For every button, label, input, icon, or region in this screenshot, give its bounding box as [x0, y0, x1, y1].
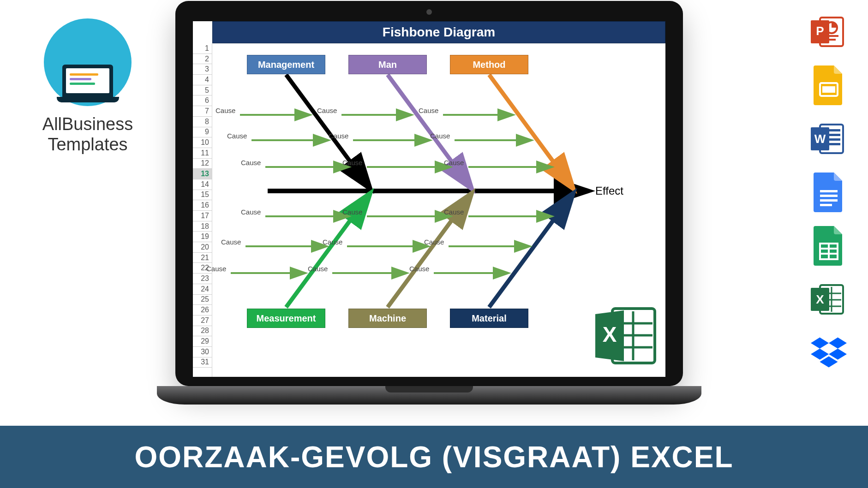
- row-header-14[interactable]: 14: [193, 179, 212, 190]
- row-gutter: 1234567891011121314151617181920212223242…: [193, 43, 212, 377]
- brand-logo: [44, 18, 132, 106]
- cause-label[interactable]: Cause: [329, 132, 348, 140]
- cause-label[interactable]: Cause: [342, 208, 362, 216]
- cause-label[interactable]: Cause: [444, 208, 464, 216]
- category-method[interactable]: Method: [450, 55, 528, 74]
- dropbox-icon[interactable]: [811, 335, 847, 371]
- cause-label[interactable]: Cause: [221, 238, 241, 246]
- svg-rect-7: [822, 86, 835, 93]
- cause-label[interactable]: Cause: [430, 132, 450, 140]
- row-header-19[interactable]: 19: [193, 232, 212, 242]
- excel-icon-large: X: [592, 301, 661, 372]
- svg-rect-15: [820, 190, 838, 192]
- page-banner: OORZAAK-GEVOLG (VISGRAAT) EXCEL: [0, 426, 868, 488]
- cause-label[interactable]: Cause: [241, 208, 261, 216]
- svg-rect-18: [820, 204, 832, 206]
- google-docs-icon[interactable]: [811, 174, 847, 210]
- row-header-10[interactable]: 10: [193, 137, 212, 148]
- cause-label[interactable]: Cause: [308, 265, 328, 273]
- row-header-26[interactable]: 26: [193, 305, 212, 315]
- row-header-3[interactable]: 3: [193, 64, 212, 75]
- brand-name: AllBusiness Templates: [28, 114, 148, 155]
- svg-line-41: [489, 195, 572, 307]
- row-header-6[interactable]: 6: [193, 95, 212, 106]
- svg-text:W: W: [814, 132, 826, 146]
- cause-label[interactable]: Cause: [419, 107, 438, 114]
- cause-label[interactable]: Cause: [409, 265, 429, 273]
- camera-dot: [426, 9, 432, 15]
- row-header-24[interactable]: 24: [193, 284, 212, 295]
- fishbone-diagram: Management Man Method Measurement Machin…: [212, 43, 665, 377]
- category-material[interactable]: Material: [450, 309, 528, 328]
- row-header-5[interactable]: 5: [193, 85, 212, 96]
- row-header-30[interactable]: 30: [193, 347, 212, 357]
- laptop-mockup: Fishbone Diagram 12345678910111213141516…: [157, 1, 701, 425]
- svg-line-36: [286, 75, 369, 187]
- row-header-1[interactable]: 1: [193, 43, 212, 54]
- effect-label: Effect: [595, 184, 623, 197]
- row-header-18[interactable]: 18: [193, 221, 212, 232]
- svg-rect-16: [820, 195, 838, 197]
- row-header-12[interactable]: 12: [193, 159, 212, 169]
- powerpoint-icon[interactable]: P: [811, 14, 847, 50]
- cause-label[interactable]: Cause: [206, 265, 226, 273]
- row-header-8[interactable]: 8: [193, 117, 212, 127]
- cause-label[interactable]: Cause: [342, 159, 362, 167]
- svg-text:X: X: [603, 322, 617, 346]
- category-measurement[interactable]: Measurement: [247, 309, 325, 328]
- row-header-11[interactable]: 11: [193, 148, 212, 159]
- laptop-base: [157, 386, 701, 405]
- row-header-28[interactable]: 28: [193, 326, 212, 337]
- cause-label[interactable]: Cause: [323, 238, 342, 246]
- row-header-16[interactable]: 16: [193, 200, 212, 211]
- format-icons-column: P W X: [808, 14, 850, 371]
- svg-text:P: P: [816, 24, 824, 38]
- cause-label[interactable]: Cause: [241, 159, 261, 167]
- excel-icon[interactable]: X: [811, 281, 847, 317]
- row-header-7[interactable]: 7: [193, 106, 212, 117]
- svg-marker-30: [811, 338, 829, 349]
- row-header-31[interactable]: 31: [193, 357, 212, 368]
- row-header-2[interactable]: 2: [193, 54, 212, 65]
- row-header-27[interactable]: 27: [193, 315, 212, 326]
- svg-line-38: [489, 75, 572, 187]
- cause-label[interactable]: Cause: [216, 107, 235, 114]
- row-header-4[interactable]: 4: [193, 75, 212, 85]
- row-header-21[interactable]: 21: [193, 253, 212, 263]
- row-header-23[interactable]: 23: [193, 274, 212, 284]
- google-slides-icon[interactable]: [811, 67, 847, 103]
- row-header-20[interactable]: 20: [193, 242, 212, 253]
- row-header-29[interactable]: 29: [193, 336, 212, 347]
- svg-text:X: X: [816, 292, 824, 306]
- spreadsheet-screen: Fishbone Diagram 12345678910111213141516…: [193, 21, 665, 377]
- cause-label[interactable]: Cause: [227, 132, 247, 140]
- svg-rect-17: [820, 199, 838, 202]
- row-header-9[interactable]: 9: [193, 127, 212, 138]
- cause-label[interactable]: Cause: [444, 159, 464, 167]
- row-header-15[interactable]: 15: [193, 190, 212, 201]
- diagram-title: Fishbone Diagram: [212, 21, 665, 43]
- cause-label[interactable]: Cause: [424, 238, 444, 246]
- word-icon[interactable]: W: [811, 121, 847, 157]
- google-sheets-icon[interactable]: [811, 228, 847, 264]
- row-header-17[interactable]: 17: [193, 211, 212, 221]
- row-header-25[interactable]: 25: [193, 295, 212, 305]
- svg-marker-31: [829, 338, 847, 349]
- category-man[interactable]: Man: [348, 55, 427, 74]
- category-machine[interactable]: Machine: [348, 309, 427, 328]
- row-header-13[interactable]: 13: [193, 169, 212, 179]
- category-management[interactable]: Management: [247, 55, 325, 74]
- cause-label[interactable]: Cause: [317, 107, 337, 114]
- brand-block: AllBusiness Templates: [28, 18, 148, 155]
- svg-line-37: [388, 75, 471, 187]
